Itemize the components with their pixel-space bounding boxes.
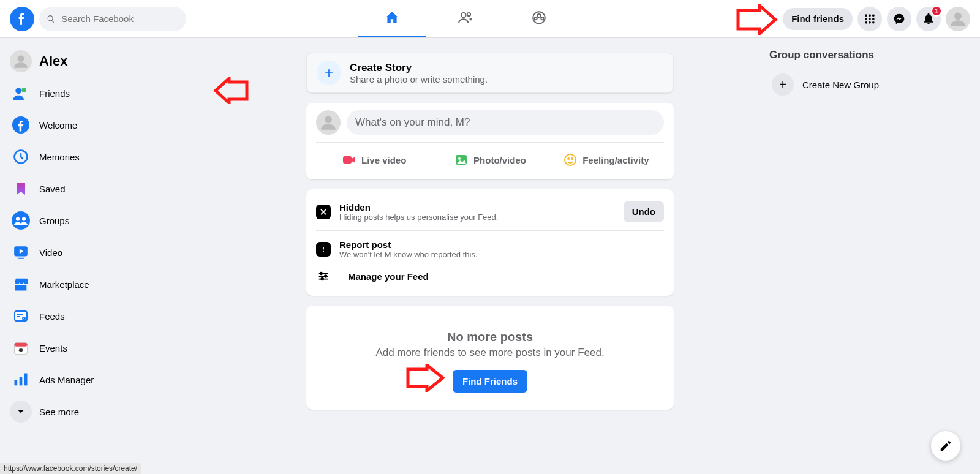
sidebar-item-memories[interactable]: Memories (5, 141, 216, 173)
nav-groups[interactable] (505, 1, 573, 37)
sidebar-see-more[interactable]: See more (5, 396, 216, 427)
photo-icon (454, 152, 469, 167)
friends-icon (458, 10, 473, 26)
annotation-arrow (213, 77, 250, 107)
sidebar-item-label: Memories (39, 152, 80, 162)
camera-icon (342, 152, 356, 167)
welcome-icon (10, 114, 32, 136)
manage-label: Manage your Feed (348, 271, 429, 282)
svg-point-40 (568, 158, 569, 159)
ca-label: Live video (361, 155, 406, 165)
photo-video-button[interactable]: Photo/video (432, 148, 548, 172)
messenger-icon (893, 13, 905, 25)
avatar-icon (949, 10, 967, 28)
sidebar-item-video[interactable]: Video (5, 236, 216, 268)
sidebar-item-feeds[interactable]: Feeds (5, 300, 216, 332)
svg-point-41 (571, 158, 573, 159)
story-sub: Share a photo or write something. (350, 74, 488, 85)
nav-friends[interactable] (431, 1, 500, 37)
annotation-arrow (405, 364, 445, 394)
messenger-button[interactable] (887, 7, 911, 31)
grid-icon (864, 13, 876, 25)
see-more-label: See more (39, 407, 79, 417)
sidebar-item-label: Feeds (39, 311, 65, 322)
profile-avatar-icon (10, 50, 32, 72)
manage-feed-row[interactable]: Manage your Feed (316, 264, 664, 288)
composer-avatar[interactable] (316, 110, 341, 135)
search-icon (47, 14, 55, 24)
new-message-fab[interactable] (931, 431, 960, 461)
sliders-icon (316, 269, 331, 284)
home-icon (384, 10, 400, 26)
sidebar-item-events[interactable]: Events (5, 332, 216, 364)
sidebar-item-groups[interactable]: Groups (5, 205, 216, 236)
status-bar-url: https://www.facebook.com/stories/create/ (0, 463, 141, 474)
annotation-arrow (735, 4, 778, 37)
svg-point-12 (865, 21, 867, 24)
feeling-button[interactable]: Feeling/activity (548, 148, 664, 172)
hidden-sub: Hiding posts helps us personalise your F… (339, 213, 615, 222)
facebook-logo[interactable] (10, 7, 34, 31)
sidebar-item-friends[interactable]: Friends (5, 77, 216, 109)
svg-rect-28 (17, 316, 20, 317)
feeds-icon (10, 305, 32, 327)
report-post-row[interactable]: Report post We won't let M know who repo… (316, 235, 664, 264)
svg-point-8 (872, 14, 875, 17)
friends-icon (10, 82, 32, 104)
groups-icon (10, 209, 32, 231)
svg-point-17 (15, 88, 21, 94)
svg-rect-33 (20, 377, 23, 385)
composer-card: What's on your mind, M? Live video Photo… (306, 103, 674, 179)
svg-point-11 (872, 18, 875, 20)
svg-rect-34 (24, 374, 28, 386)
saved-icon (10, 178, 32, 200)
ca-label: Feeling/activity (582, 155, 649, 165)
menu-button[interactable] (858, 7, 882, 31)
sidebar-profile[interactable]: Alex (5, 45, 216, 77)
notifications-button[interactable]: 1 (916, 7, 941, 31)
create-story-card[interactable]: + Create Story Share a photo or write so… (306, 53, 674, 93)
live-video-button[interactable]: Live video (316, 148, 432, 172)
sidebar-item-saved[interactable]: Saved (5, 173, 216, 205)
undo-button[interactable]: Undo (624, 201, 664, 222)
search-field[interactable] (60, 13, 179, 24)
create-group-button[interactable]: + Create New Group (769, 70, 970, 99)
svg-point-7 (869, 14, 871, 17)
hidden-post-card: Hidden Hiding posts helps us personalise… (306, 189, 674, 296)
account-avatar[interactable] (946, 7, 970, 31)
events-icon (10, 337, 32, 359)
svg-rect-25 (18, 258, 24, 259)
svg-point-14 (872, 21, 875, 24)
svg-point-4 (534, 17, 537, 20)
svg-point-35 (325, 116, 332, 124)
nav-home[interactable] (358, 1, 426, 37)
groups-icon (531, 10, 547, 26)
memories-icon (10, 146, 32, 168)
nomore-sub: Add more friends to see more posts in yo… (316, 347, 664, 359)
composer-input[interactable]: What's on your mind, M? (347, 110, 664, 135)
avatar-icon (320, 114, 337, 131)
video-icon (10, 241, 32, 263)
sidebar-item-marketplace[interactable]: Marketplace (5, 268, 216, 300)
profile-name: Alex (39, 53, 67, 69)
svg-point-3 (537, 14, 540, 17)
svg-point-39 (565, 154, 576, 165)
sidebar-item-label: Marketplace (39, 279, 89, 290)
svg-point-13 (869, 21, 871, 24)
find-friends-button[interactable]: Find Friends (453, 370, 527, 393)
search-input[interactable] (39, 7, 186, 31)
sidebar-item-label: Ads Manager (39, 375, 94, 385)
rc-title: Group conversations (769, 49, 970, 61)
find-friends-button[interactable]: Find friends (783, 8, 853, 30)
right-column: Group conversations + Create New Group (760, 38, 980, 474)
svg-point-18 (21, 88, 26, 92)
edit-icon (939, 439, 952, 453)
svg-rect-27 (17, 314, 23, 315)
svg-point-0 (461, 13, 466, 18)
sidebar-item-ads[interactable]: Ads Manager (5, 364, 216, 396)
rc-label: Create New Group (802, 80, 879, 90)
report-sub: We won't let M know who reported this. (339, 250, 478, 259)
smile-icon (563, 152, 578, 167)
svg-point-23 (22, 217, 26, 220)
sidebar-item-welcome[interactable]: Welcome (5, 109, 216, 141)
